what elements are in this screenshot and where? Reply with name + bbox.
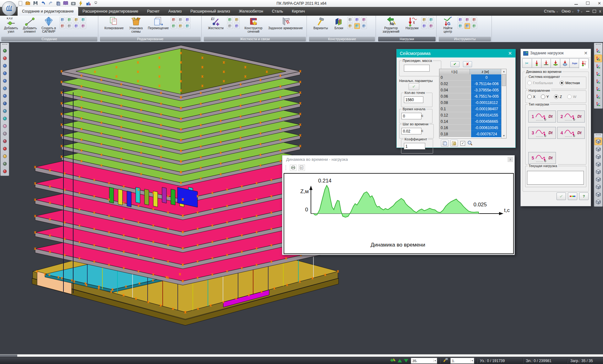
isometry-icon[interactable] xyxy=(595,47,602,54)
values-report-icon[interactable]: 12 xyxy=(298,165,305,171)
add-node-button[interactable]: X,Y,ZДобавить узел xyxy=(2,16,20,36)
cell-z[interactable]: -0.000118112 xyxy=(471,100,502,106)
draw-select-icon[interactable] xyxy=(1,107,8,114)
init-params-apply-button[interactable]: ✔ xyxy=(409,83,419,90)
xy-projection-icon[interactable] xyxy=(595,70,602,77)
tab-dynamics[interactable]: t xyxy=(579,58,589,68)
table-row[interactable]: 0.06-6.75517e-005 xyxy=(439,93,506,100)
close-icon[interactable]: ✕ xyxy=(507,49,513,57)
cell-t[interactable]: 0.1 xyxy=(439,106,471,112)
tab-plate-load[interactable] xyxy=(551,58,560,68)
tab-0[interactable]: Создание и редактирование xyxy=(18,7,78,16)
current-load-list[interactable] xyxy=(527,171,584,185)
points-count-input[interactable] xyxy=(404,96,423,103)
plane-icon[interactable] xyxy=(595,85,602,92)
cube-left-icon[interactable] xyxy=(595,161,602,168)
loadcase-editor-icon[interactable] xyxy=(389,358,396,364)
redo-icon[interactable] xyxy=(48,0,53,6)
palette-icon[interactable] xyxy=(471,17,477,23)
undo-icon[interactable] xyxy=(40,0,46,6)
cube-right-icon[interactable] xyxy=(595,176,602,183)
tab-bar-load[interactable] xyxy=(541,58,551,68)
concrete-icon[interactable] xyxy=(347,17,353,23)
previous-loadcase-icon[interactable] xyxy=(398,359,402,362)
help-button[interactable]: ? xyxy=(579,193,589,200)
loadcase-editor-button[interactable]: №Редактор загружений xyxy=(379,16,403,36)
close-icon[interactable]: ✕ xyxy=(583,49,589,57)
apply-button[interactable]: ✔ xyxy=(557,193,566,200)
find-center-button[interactable]: GНайти центр xyxy=(439,16,456,36)
radio-direction-y[interactable]: Y xyxy=(541,95,549,99)
tab-scissors[interactable]: ✂ xyxy=(522,58,532,68)
props-copy-icon[interactable] xyxy=(178,23,183,29)
table-row[interactable]: 0.12-0.000314155 xyxy=(439,112,506,118)
new-document-icon[interactable] xyxy=(18,0,23,6)
accept-button[interactable]: ✔ xyxy=(450,61,459,67)
table-header-1[interactable]: z [м] xyxy=(470,69,501,74)
print-icon[interactable] xyxy=(290,165,296,171)
flag-edit-icon[interactable] xyxy=(1,168,8,175)
wall-icon[interactable] xyxy=(60,23,65,29)
cube-bottom-icon[interactable] xyxy=(595,191,602,198)
variant-combo[interactable]: 1.▾ xyxy=(450,358,474,364)
frame-select-icon[interactable] xyxy=(1,122,8,129)
cell-t[interactable]: 0.02 xyxy=(439,81,471,87)
cube-clip-icon[interactable] xyxy=(595,168,602,175)
preview-zoom-icon[interactable] xyxy=(467,140,473,147)
coefficient-input[interactable] xyxy=(404,143,425,149)
select-target-icon[interactable] xyxy=(1,85,8,92)
cell-t[interactable]: 0.18 xyxy=(439,131,471,137)
pack-scheme-button[interactable]: Упаковка схемы xyxy=(126,16,146,36)
close-icon[interactable]: x xyxy=(508,157,513,162)
run-lightning-icon[interactable] xyxy=(78,0,84,6)
cell-z[interactable]: -0.000198407 xyxy=(471,106,502,112)
table-row[interactable]: 0.18-0.00076724 xyxy=(439,131,506,137)
dxf-icon[interactable] xyxy=(80,23,86,29)
table-row[interactable]: 0.04-3.37955e-005 xyxy=(439,87,506,93)
plate-cs-icon[interactable] xyxy=(234,23,240,29)
cell-z[interactable]: -3.37955e-005 xyxy=(471,87,502,93)
next-loadcase-icon[interactable] xyxy=(404,359,408,362)
pages-icon[interactable] xyxy=(55,0,61,6)
stiffness-button[interactable]: EIЖесткости xyxy=(206,16,226,36)
table-row[interactable]: 0.02-9.75114e-006 xyxy=(439,81,506,87)
node-mesh-icon[interactable] xyxy=(67,23,72,29)
cell-t[interactable]: 0.16 xyxy=(439,125,471,131)
table-scrollbar[interactable]: ▲▼ xyxy=(501,69,506,138)
time-step-input[interactable] xyxy=(401,128,421,134)
radio-coord-глобальная[interactable]: Глобальная xyxy=(527,81,553,85)
sapfir-view-icon[interactable] xyxy=(85,0,91,6)
mirror-icon[interactable] xyxy=(178,17,183,23)
radio-direction-z[interactable]: Z xyxy=(554,95,562,99)
table-row[interactable]: 0.1-0.000198407 xyxy=(439,106,506,112)
app-logo-icon[interactable] xyxy=(2,1,16,16)
load-type-3-button[interactable]: 3Dt xyxy=(528,127,556,139)
mdi-minimize-button[interactable] xyxy=(586,11,589,12)
seismogram-table[interactable]: t [c]z [м]000.02-9.75114e-0060.04-3.3795… xyxy=(439,69,507,139)
scroll-up-icon[interactable]: ▲ xyxy=(502,69,506,74)
tab-5[interactable]: Железобетон xyxy=(234,7,267,16)
close-button[interactable]: ✕ xyxy=(598,0,601,7)
table-row[interactable]: 0.08-0.000118112 xyxy=(439,100,506,106)
load-type-5-button[interactable]: 5Dt xyxy=(528,152,556,164)
steel-profile-icon[interactable] xyxy=(347,23,353,29)
snapshot-icon[interactable] xyxy=(70,0,76,6)
table-option-checkbox[interactable]: ✓ xyxy=(460,141,465,146)
select-grid-icon[interactable] xyxy=(1,92,8,99)
load-type-1-button[interactable]: 1Dt xyxy=(528,111,556,122)
open-icon[interactable] xyxy=(25,0,31,6)
rotate-z-icon[interactable] xyxy=(595,93,602,100)
cell-z[interactable]: -0.000610045 xyxy=(471,125,502,131)
cube-front-icon[interactable] xyxy=(595,153,602,160)
radio-direction-w[interactable]: W xyxy=(567,95,576,99)
select-node-icon[interactable] xyxy=(1,47,8,54)
display-options-button[interactable] xyxy=(568,193,577,200)
start-time-input[interactable] xyxy=(401,113,421,119)
cell-z[interactable]: -0.00076724 xyxy=(471,131,502,137)
menu-help[interactable]: ?⌄ xyxy=(577,9,583,14)
tab-solid-load[interactable] xyxy=(560,58,569,68)
filter-icon[interactable] xyxy=(1,115,8,122)
load-copy-icon[interactable] xyxy=(428,23,434,29)
cell-t[interactable]: 0.04 xyxy=(439,87,471,93)
plate-load-icon[interactable] xyxy=(428,17,434,23)
